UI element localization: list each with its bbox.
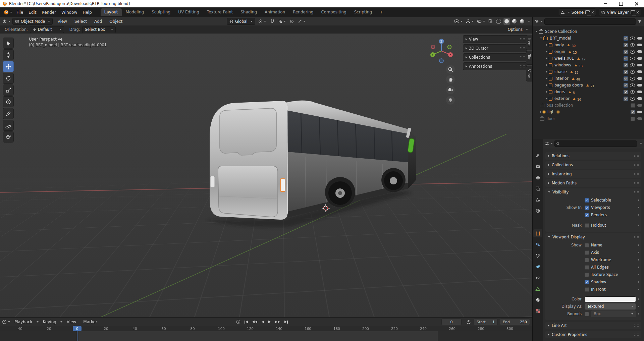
decorator-dot[interactable] xyxy=(638,274,639,275)
collapse-arrow-icon[interactable] xyxy=(535,31,537,32)
workspace-tab-texture-paint[interactable]: Texture Paint xyxy=(203,8,236,16)
render-camera-icon[interactable] xyxy=(638,84,642,87)
outliner-row-floor[interactable]: floor xyxy=(533,115,644,122)
timeline-ruler[interactable]: -40 -20 0 20 40 60 80 100 120 140 160 18… xyxy=(0,326,532,341)
play-button[interactable] xyxy=(267,319,272,325)
decorator-dot[interactable] xyxy=(638,207,639,208)
panel-instancing[interactable]: Instancing xyxy=(545,170,641,178)
decorator-dot[interactable] xyxy=(638,259,639,261)
render-camera-icon[interactable] xyxy=(638,57,642,60)
renders-checkbox[interactable] xyxy=(585,213,589,217)
pivot-point-dropdown[interactable] xyxy=(257,18,267,25)
unlink-scene-icon[interactable] xyxy=(591,11,594,14)
tab-constraints[interactable] xyxy=(533,274,542,282)
holdout-checkbox[interactable] xyxy=(585,223,589,228)
decorator-dot[interactable] xyxy=(638,313,639,315)
viewport-menu-view[interactable]: View xyxy=(55,19,69,24)
new-view-layer-icon[interactable] xyxy=(631,10,635,14)
select-box-tool-button[interactable] xyxy=(3,38,14,49)
shading-solid-button[interactable] xyxy=(503,18,510,25)
object-color-swatch[interactable] xyxy=(585,296,636,302)
keying-menu[interactable]: Keying xyxy=(40,320,62,324)
outliner-row-object[interactable]: bagages doors 21 xyxy=(533,82,644,89)
outliner-row-object[interactable]: weels.001 17 xyxy=(533,55,644,62)
annotate-tool-button[interactable] xyxy=(3,108,14,119)
expand-arrow-icon[interactable] xyxy=(546,44,547,46)
exclude-checkbox[interactable] xyxy=(631,110,635,114)
render-camera-icon[interactable] xyxy=(638,64,642,66)
gizmo-minus-z-axis[interactable] xyxy=(439,59,443,63)
properties-editor-type-button[interactable] xyxy=(545,141,553,146)
playhead-badge[interactable]: 0 xyxy=(73,326,82,331)
gizmo-minus-x-axis[interactable] xyxy=(431,45,435,49)
properties-options-dropdown-icon[interactable] xyxy=(640,143,642,144)
xray-toggle-button[interactable] xyxy=(487,18,494,25)
previous-keyframe-button[interactable] xyxy=(251,319,259,325)
hide-eye-icon[interactable] xyxy=(630,43,635,47)
render-camera-icon[interactable] xyxy=(638,97,642,100)
drag-setting-dropdown[interactable]: Select Box xyxy=(82,26,116,33)
close-button[interactable] xyxy=(629,0,644,7)
auto-keying-button[interactable] xyxy=(235,319,241,325)
hide-eye-icon[interactable] xyxy=(630,97,635,101)
outliner-row-bus-collection[interactable]: bus collection xyxy=(533,102,644,109)
decorator-dot[interactable] xyxy=(638,244,639,246)
decorator-dot[interactable] xyxy=(638,267,639,268)
exclude-checkbox[interactable] xyxy=(624,90,628,94)
outliner-row-object[interactable]: exterior 16 xyxy=(533,95,644,102)
expand-arrow-icon[interactable] xyxy=(546,64,547,66)
move-tool-button[interactable] xyxy=(3,61,14,72)
panel-motion-paths[interactable]: Motion Paths xyxy=(545,179,641,187)
blender-menu-button[interactable] xyxy=(2,10,14,15)
npanel-section-view[interactable]: View xyxy=(463,35,527,43)
expand-arrow-icon[interactable] xyxy=(546,98,547,100)
transform-tool-button[interactable] xyxy=(3,96,14,107)
play-reverse-button[interactable] xyxy=(260,319,265,325)
playhead-line[interactable] xyxy=(77,331,77,341)
decorator-dot[interactable] xyxy=(638,298,639,300)
gizmo-minus-y-axis[interactable] xyxy=(448,45,451,49)
snap-toggle-button[interactable] xyxy=(269,18,275,25)
outliner-row-ligt[interactable]: ligt xyxy=(533,109,644,115)
shadow-checkbox[interactable] xyxy=(585,280,589,284)
tab-object-data[interactable] xyxy=(533,285,542,293)
timeline-marker-menu[interactable]: Marker xyxy=(80,320,100,324)
add-workspace-button[interactable]: + xyxy=(376,8,387,16)
add-cube-tool-button[interactable] xyxy=(3,131,14,143)
overlays-dropdown[interactable] xyxy=(476,18,486,25)
workspace-tab-layout[interactable]: Layout xyxy=(101,8,122,16)
options-dropdown[interactable]: Options xyxy=(506,27,532,32)
bounds-dropdown[interactable]: Box xyxy=(591,310,636,317)
sidebar-tab-tool[interactable]: Tool xyxy=(526,51,532,65)
current-frame-field[interactable]: 0 xyxy=(441,319,462,325)
orientation-setting-dropdown[interactable]: Default xyxy=(30,26,64,33)
selectable-checkbox[interactable] xyxy=(585,198,589,203)
next-keyframe-button[interactable] xyxy=(274,319,281,325)
outliner-row-object[interactable]: interior 48 xyxy=(533,75,644,82)
render-camera-icon[interactable] xyxy=(638,104,642,107)
hide-eye-icon[interactable] xyxy=(630,90,635,94)
tab-physics[interactable] xyxy=(533,263,542,271)
hide-eye-icon[interactable] xyxy=(630,77,635,80)
zoom-button[interactable] xyxy=(446,65,455,74)
outliner-search-input[interactable] xyxy=(544,18,636,25)
maximize-button[interactable] xyxy=(613,0,629,7)
remove-view-layer-icon[interactable] xyxy=(637,11,639,14)
tab-material[interactable] xyxy=(533,296,542,304)
tab-render[interactable] xyxy=(533,162,542,170)
end-frame-field[interactable]: End 250 xyxy=(500,319,530,325)
outliner-row-scene-collection[interactable]: Scene Collection xyxy=(533,28,644,35)
menu-window[interactable]: Window xyxy=(59,10,80,15)
jump-to-end-button[interactable] xyxy=(283,319,289,325)
menu-help[interactable]: Help xyxy=(80,10,94,15)
camera-view-button[interactable] xyxy=(446,86,455,94)
bus-model[interactable] xyxy=(201,96,419,233)
expand-arrow-icon[interactable] xyxy=(546,57,547,59)
cursor-tool-button[interactable] xyxy=(3,49,14,60)
decorator-dot[interactable] xyxy=(638,214,639,216)
all-edges-checkbox[interactable] xyxy=(585,265,589,270)
exclude-checkbox[interactable] xyxy=(631,117,635,121)
exclude-checkbox[interactable] xyxy=(624,56,628,61)
outliner-row-object[interactable]: body 30 xyxy=(533,42,644,48)
expand-arrow-icon[interactable] xyxy=(540,111,541,113)
